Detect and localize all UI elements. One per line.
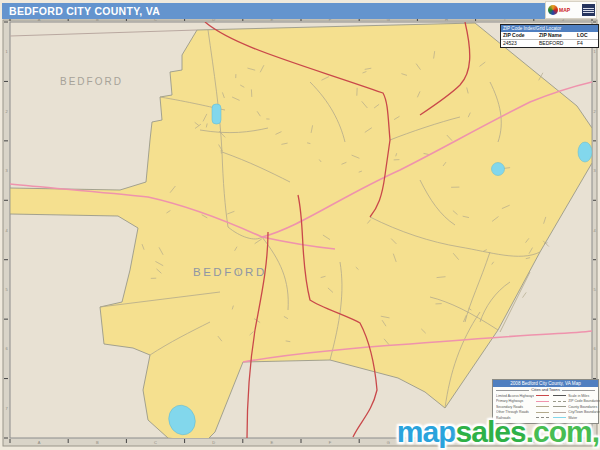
lake — [578, 142, 592, 162]
legend-swatch — [536, 401, 549, 402]
publisher-logo: MAP — [545, 1, 597, 19]
zip-index-cell: 24523 — [501, 40, 539, 47]
legend-entry-label: Primary Highways — [496, 399, 534, 403]
legend-swatch — [553, 395, 566, 396]
legend-swatch — [553, 401, 566, 402]
legend-entry-label: Scale in Miles — [568, 394, 600, 398]
lake — [212, 104, 221, 124]
legend-swatch — [553, 412, 566, 413]
legend-entry-label: Secondary Roads — [496, 405, 534, 409]
legend-title: 2008 Bedford City County, VA Map — [493, 380, 598, 387]
legend-swatch — [536, 412, 549, 413]
zip-index-column-header: ZIP Code — [501, 32, 539, 39]
legend-swatch — [536, 395, 549, 396]
zip-index-header-row: ZIP CodeZIP NameLOC — [501, 32, 598, 39]
grid-locator-letter: D — [212, 440, 215, 445]
grid-locator-letter: G — [387, 440, 390, 445]
map-title-bar: BEDFORD CITY COUNTY, VA — [2, 3, 545, 19]
grid-locator-letter: C — [154, 440, 157, 445]
city-name-label: BEDFORD — [193, 266, 267, 278]
zip-index-rows: 24523BEDFORDF4 — [501, 39, 598, 47]
publisher-logo-globe-icon — [548, 5, 558, 15]
watermark-segment: .com — [526, 415, 592, 448]
grid-locator-letter: B — [96, 440, 99, 445]
legend-entry-label: ZIP Code Boundaries — [568, 399, 600, 403]
zip-index-row: 24523BEDFORDF4 — [501, 39, 598, 47]
zip-index-column-header: ZIP Name — [539, 32, 577, 39]
legend-swatch — [553, 406, 566, 407]
legend-subtitle: Cities and Towns — [496, 388, 595, 392]
legend-entry-label: Other Through Roads — [496, 410, 534, 414]
watermark-segment: sales — [456, 415, 526, 448]
lake — [492, 163, 505, 176]
legend-entry-label: City/Town Boundaries — [568, 410, 600, 414]
zip-index-cell: F4 — [577, 40, 595, 47]
legend-swatch — [536, 406, 549, 407]
zip-index-cell: BEDFORD — [539, 40, 577, 47]
publisher-logo-text: MAP — [559, 8, 570, 13]
watermark-segment: , — [592, 415, 599, 448]
zip-index-title: ZIP Code Index/Grid Locator — [501, 25, 598, 32]
mapsales-watermark: mapsales.com, — [397, 417, 599, 447]
county-name-label: BEDFORD — [60, 76, 123, 87]
legend-entry-label: Limited Access Highways — [496, 394, 534, 398]
publisher-logo-block — [582, 4, 595, 16]
grid-locator-letter: E — [271, 440, 274, 445]
map-page: AABBCCDDEEFFGGHHIIJJ11223344556677 BEDFO… — [0, 0, 600, 450]
grid-locator-letter: A — [38, 440, 41, 445]
legend-entry-label: County Boundaries — [568, 405, 600, 409]
zip-index-column-header: LOC — [577, 32, 595, 39]
watermark-segment: map — [397, 415, 456, 448]
zip-code-index-panel: ZIP Code Index/Grid Locator ZIP CodeZIP … — [500, 24, 599, 48]
